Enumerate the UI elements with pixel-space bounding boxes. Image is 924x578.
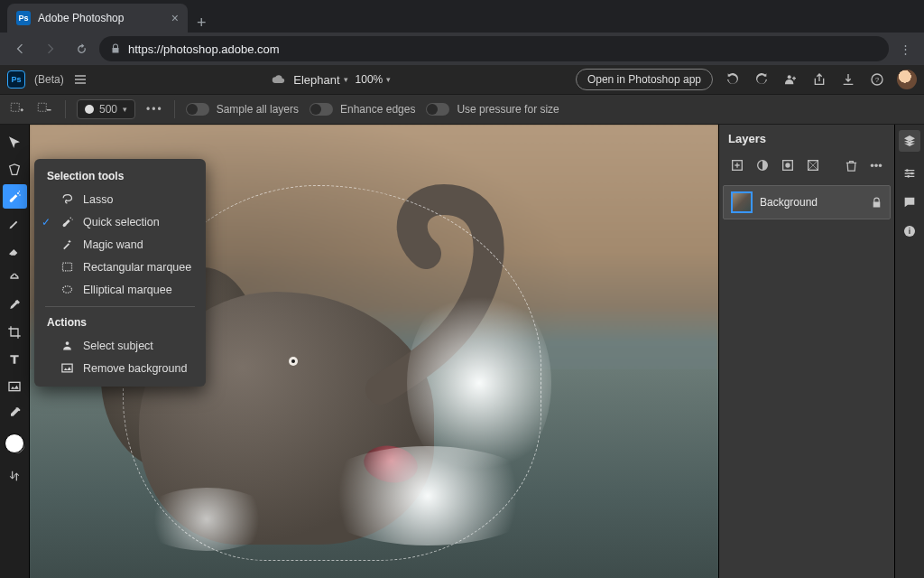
subtract-from-selection-icon[interactable] <box>34 99 54 119</box>
app-header: Ps (Beta) Elephant▾ 100%▾ Open in Photos… <box>0 65 924 94</box>
invite-icon[interactable] <box>781 70 799 89</box>
properties-tab-icon[interactable] <box>902 166 917 181</box>
url-text: https://photoshop.adobe.com <box>128 42 280 56</box>
redo-button[interactable] <box>753 70 771 89</box>
svg-point-22 <box>62 286 71 294</box>
popup-item-rect-marquee[interactable]: Rectangular marquee <box>34 256 206 278</box>
new-tab-button[interactable]: + <box>188 14 216 33</box>
enhance-edges-toggle[interactable] <box>310 103 333 116</box>
popup-separator <box>45 306 195 307</box>
svg-rect-24 <box>61 364 71 372</box>
swap-colors-icon[interactable] <box>3 463 27 488</box>
svg-point-0 <box>788 75 791 79</box>
svg-text:?: ? <box>875 76 880 84</box>
browser-toolbar: https://photoshop.adobe.com ⋮ <box>0 33 924 65</box>
delete-layer-icon[interactable] <box>842 156 860 174</box>
share-icon[interactable] <box>810 70 828 89</box>
quick-selection-icon <box>60 215 74 228</box>
user-avatar[interactable] <box>897 70 917 89</box>
document-name[interactable]: Elephant▾ <box>293 73 347 87</box>
svg-point-5 <box>17 192 19 194</box>
brush-size-value: 500 <box>99 103 117 116</box>
popup-item-remove-background[interactable]: Remove background <box>34 357 206 379</box>
chevron-down-icon: ▾ <box>386 75 391 84</box>
check-icon: ✓ <box>42 216 51 228</box>
forward-button[interactable] <box>38 36 63 61</box>
photoshop-logo-icon: Ps <box>7 70 25 89</box>
svg-point-14 <box>906 169 909 172</box>
browser-menu-icon[interactable]: ⋮ <box>894 42 917 56</box>
enhance-edges-label: Enhance edges <box>340 103 415 116</box>
chevron-down-icon: ▾ <box>344 75 348 84</box>
brush-tool[interactable] <box>3 211 27 236</box>
lock-icon[interactable] <box>871 197 882 209</box>
layers-panel-title: Layers <box>719 125 894 153</box>
transform-tool[interactable] <box>3 157 27 182</box>
lasso-icon <box>60 192 74 206</box>
comments-tab-icon[interactable] <box>902 195 917 210</box>
svg-point-15 <box>910 172 913 175</box>
add-layer-icon[interactable] <box>728 156 746 174</box>
magic-wand-icon <box>60 238 74 251</box>
clone-stamp-tool[interactable] <box>3 266 27 290</box>
crop-tool[interactable] <box>3 320 27 344</box>
place-image-tool[interactable] <box>3 374 27 398</box>
popup-item-ellipse-marquee[interactable]: Elliptical marquee <box>34 278 206 301</box>
remove-background-icon <box>60 361 74 375</box>
cloud-icon <box>272 72 286 87</box>
svg-point-6 <box>19 194 20 195</box>
photoshop-app: Ps (Beta) Elephant▾ 100%▾ Open in Photos… <box>0 65 924 578</box>
svg-point-20 <box>71 219 72 219</box>
color-picker-tool[interactable] <box>3 401 27 425</box>
popup-item-quick-selection[interactable]: ✓ Quick selection <box>34 210 206 233</box>
foreground-color-swatch[interactable] <box>5 434 24 453</box>
zoom-level[interactable]: 100%▾ <box>356 73 392 86</box>
svg-rect-3 <box>11 103 19 111</box>
popup-heading-actions: Actions <box>34 312 206 334</box>
use-pressure-toggle[interactable] <box>426 103 449 116</box>
svg-rect-8 <box>9 382 20 390</box>
eraser-tool[interactable] <box>3 238 27 263</box>
sample-all-layers-toggle[interactable] <box>186 103 209 116</box>
add-to-selection-icon[interactable] <box>7 99 27 119</box>
popup-item-select-subject[interactable]: Select subject <box>34 334 206 357</box>
reload-button[interactable] <box>69 36 94 61</box>
ellipse-marquee-icon <box>60 283 74 296</box>
type-tool[interactable] <box>3 347 27 371</box>
layer-mask-icon[interactable] <box>779 156 797 174</box>
adjustment-layer-icon[interactable] <box>753 156 772 174</box>
more-options-icon[interactable]: ••• <box>146 103 163 116</box>
layers-panel: Layers ••• Background <box>718 125 894 578</box>
select-subject-icon <box>60 339 74 352</box>
rect-marquee-icon <box>60 260 74 274</box>
help-icon[interactable]: ? <box>868 70 886 89</box>
sample-all-layers-label: Sample all layers <box>217 103 299 116</box>
brush-size-dropdown[interactable]: 500 ▾ <box>77 99 135 119</box>
eyedropper-tool[interactable] <box>3 293 27 317</box>
popup-item-lasso[interactable]: Lasso <box>34 188 206 210</box>
layers-more-icon[interactable]: ••• <box>867 156 885 174</box>
svg-point-16 <box>907 175 910 178</box>
quick-selection-tool[interactable] <box>3 184 27 209</box>
popup-item-magic-wand[interactable]: Magic wand <box>34 233 206 256</box>
right-icon-strip: i <box>894 125 924 578</box>
undo-button[interactable] <box>724 70 742 89</box>
address-bar[interactable]: https://photoshop.adobe.com <box>99 36 889 61</box>
layer-thumbnail <box>731 191 753 213</box>
app-menu-icon[interactable] <box>73 72 88 87</box>
foreground-background-colors[interactable] <box>5 434 24 453</box>
layer-row-background[interactable]: Background <box>723 185 891 219</box>
info-tab-icon[interactable]: i <box>902 224 917 238</box>
export-icon[interactable] <box>839 70 857 89</box>
frame-icon[interactable] <box>804 156 822 174</box>
move-tool[interactable] <box>3 130 27 154</box>
layers-tab-icon[interactable] <box>899 130 920 152</box>
open-in-app-button[interactable]: Open in Photoshop app <box>576 69 713 90</box>
close-tab-icon[interactable]: × <box>171 12 179 24</box>
back-button[interactable] <box>7 36 32 61</box>
browser-tab[interactable]: Ps Adobe Photoshop × <box>7 4 188 33</box>
svg-rect-21 <box>62 263 71 271</box>
selection-tools-popup: Selection tools Lasso ✓ Quick selection … <box>34 159 206 387</box>
popup-heading-selection: Selection tools <box>34 166 206 188</box>
chevron-down-icon: ▾ <box>123 105 127 114</box>
